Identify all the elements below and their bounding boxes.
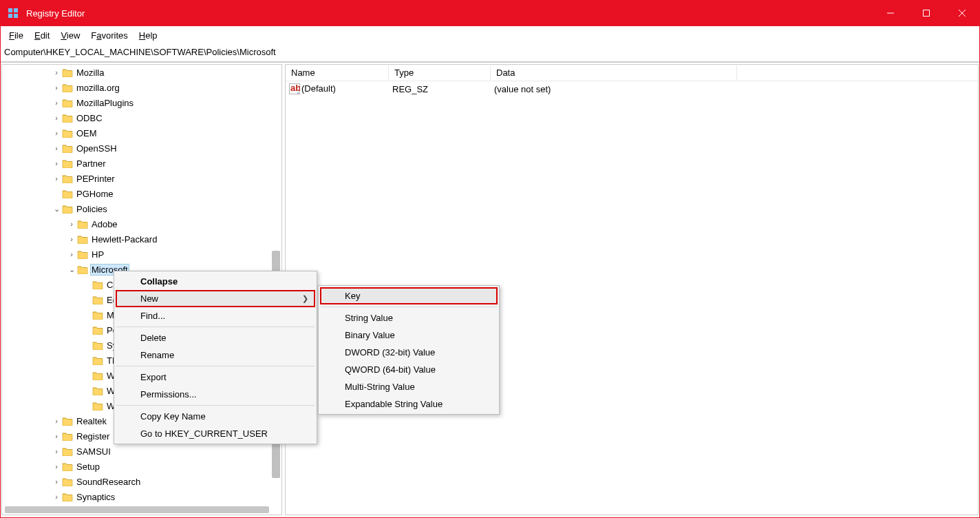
tree-item[interactable]: OpenSSH [2,141,281,156]
chevron-right-icon[interactable] [67,220,76,228]
tree-item-label: HP [90,249,105,260]
minimize-button[interactable] [873,0,908,26]
folder-icon [92,294,104,305]
ctx-rename[interactable]: Rename [116,346,315,364]
tree-item[interactable]: PEPrinter [2,171,281,186]
app-icon [0,8,26,19]
menu-view[interactable]: View [55,28,85,43]
tree-item[interactable]: Policies [2,201,281,216]
chevron-right-icon[interactable] [52,462,61,470]
tree-item-label: OpenSSH [75,143,118,154]
string-value-icon: ab [289,83,300,94]
chevron-down-icon[interactable] [67,265,76,274]
context-submenu-new: Key String Value Binary Value DWORD (32-… [318,285,500,415]
sub-multistring[interactable]: Multi-String Value [320,378,498,395]
tree-item-label: Realtek [75,415,108,427]
chevron-right-icon[interactable] [52,159,61,167]
tree-item[interactable]: mozilla.org [2,80,281,95]
tree-horizontal-scrollbar[interactable] [5,506,269,513]
ctx-new[interactable]: New ❯ [116,290,315,307]
folder-icon [92,309,104,320]
sub-qword[interactable]: QWORD (64-bit) Value [320,361,498,378]
tree-item-label: Partner [75,158,107,169]
tree-item[interactable]: OEM [2,125,281,141]
chevron-right-icon[interactable] [52,144,61,152]
address-path: Computer\HKEY_LOCAL_MACHINE\SOFTWARE\Pol… [4,47,276,57]
ctx-collapse[interactable]: Collapse [116,273,315,290]
chevron-right-icon[interactable] [67,235,76,243]
title-bar: Registry Editor [0,0,980,26]
tree-item[interactable]: PGHome [2,186,281,201]
ctx-goto-hkcu[interactable]: Go to HKEY_CURRENT_USER [116,425,315,442]
tree-item[interactable]: HP [2,247,281,262]
tree-item[interactable]: MozillaPlugins [2,95,281,110]
ctx-new-label: New [140,293,158,304]
tree-item[interactable]: Synaptics [2,489,281,504]
svg-rect-1 [14,8,18,12]
chevron-right-icon[interactable] [52,477,61,486]
folder-icon [92,324,104,335]
chevron-right-icon[interactable] [52,129,61,137]
ctx-export[interactable]: Export [116,369,315,386]
menu-file[interactable]: File [3,28,29,43]
folder-icon [61,127,74,138]
ctx-permissions[interactable]: Permissions... [116,386,315,403]
folder-icon [61,415,74,426]
value-row[interactable]: ab(Default)REG_SZ(value not set) [286,81,978,96]
tree-item[interactable]: SoundResearch [2,474,281,489]
tree-item[interactable]: Mozilla [2,65,281,80]
address-bar[interactable]: Computer\HKEY_LOCAL_MACHINE\SOFTWARE\Pol… [0,45,980,62]
folder-icon [61,203,74,214]
sub-dword[interactable]: DWORD (32-bit) Value [320,344,498,361]
chevron-right-icon[interactable] [52,114,61,122]
folder-icon [92,340,104,351]
chevron-right-icon[interactable] [52,447,61,455]
tree-item-label: PGHome [75,188,114,200]
folder-icon [61,431,74,442]
svg-rect-2 [8,14,12,18]
tree-item-label: Mozilla [75,67,105,79]
svg-rect-0 [8,8,12,12]
menu-help[interactable]: Help [134,28,163,43]
value-data: (value not set) [491,83,737,96]
maximize-button[interactable] [908,0,944,26]
tree-item[interactable]: Adobe [2,216,281,231]
sub-key[interactable]: Key [320,287,498,304]
menu-edit[interactable]: Edit [29,28,55,43]
folder-icon [61,67,74,78]
tree-item-label: SoundResearch [75,476,142,488]
svg-rect-5 [924,10,930,17]
chevron-right-icon[interactable] [52,99,61,107]
ctx-delete[interactable]: Delete [116,329,315,346]
chevron-down-icon[interactable] [52,205,61,214]
ctx-find[interactable]: Find... [116,307,315,324]
chevron-right-icon[interactable] [52,68,61,76]
svg-rect-3 [14,14,18,18]
folder-icon [92,400,104,411]
column-header-name[interactable]: Name [286,65,389,80]
chevron-right-icon[interactable] [52,417,61,425]
tree-item[interactable]: ODBC [2,110,281,125]
sub-expandable[interactable]: Expandable String Value [320,395,498,413]
value-type: REG_SZ [389,83,491,96]
tree-item[interactable]: SAMSUI [2,444,281,459]
tree-item-label: mozilla.org [75,82,121,94]
tree-item[interactable]: Hewlett-Packard [2,231,281,247]
sub-string[interactable]: String Value [320,309,498,327]
column-header-type[interactable]: Type [389,65,491,80]
ctx-copy-key-name[interactable]: Copy Key Name [116,408,315,425]
column-header-data[interactable]: Data [491,65,737,80]
chevron-right-icon[interactable] [52,174,61,183]
tree-item[interactable]: Setup [2,459,281,474]
chevron-right-icon[interactable] [67,250,76,258]
menu-favorites[interactable]: Favorites [85,28,133,43]
tree-item-label: Synaptics [75,491,116,503]
chevron-right-icon[interactable] [52,493,61,501]
sub-binary[interactable]: Binary Value [320,327,498,344]
chevron-right-icon[interactable] [52,432,61,440]
tree-item-label: Policies [75,203,109,215]
chevron-right-icon[interactable] [52,83,61,92]
tree-item-label: Hewlett-Packard [90,234,158,245]
close-button[interactable] [944,0,980,26]
tree-item[interactable]: Partner [2,156,281,171]
